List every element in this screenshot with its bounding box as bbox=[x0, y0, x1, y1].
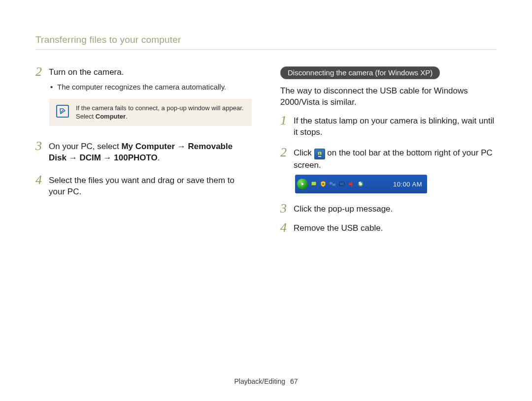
volume-tray-icon bbox=[347, 180, 355, 188]
svg-rect-5 bbox=[339, 182, 344, 185]
columns: 2 Turn on the camera. The computer recog… bbox=[35, 66, 497, 238]
note-box: If the camera fails to connect, a pop-up… bbox=[49, 99, 252, 126]
svg-rect-3 bbox=[330, 182, 332, 185]
step3-b3: DCIM bbox=[79, 153, 100, 162]
right-step-4: 4 Remove the USB cable. bbox=[280, 222, 497, 234]
right-step-1: 1 If the status lamp on your camera is b… bbox=[280, 115, 497, 138]
start-button-icon bbox=[297, 179, 308, 189]
monitor-tray-icon bbox=[338, 180, 346, 188]
left-column: 2 Turn on the camera. The computer recog… bbox=[35, 66, 252, 238]
right-step-2: 2 Click on the tool bar at the bottom ri… bbox=[280, 147, 497, 171]
step-text: Remove the USB cable. bbox=[294, 222, 383, 234]
step-number: 4 bbox=[35, 173, 42, 198]
svg-rect-1 bbox=[311, 182, 316, 185]
step3-b4: 100PHOTO bbox=[114, 153, 158, 162]
step3-b1: My Computer bbox=[121, 142, 175, 151]
network-tray-icon bbox=[329, 180, 336, 188]
step2-pre: Click bbox=[294, 148, 314, 157]
step-text: On your PC, select My Computer → Removab… bbox=[49, 141, 252, 164]
left-step-2: 2 Turn on the camera. bbox=[35, 66, 252, 78]
note-text-bold: Computer bbox=[96, 113, 126, 120]
step-text: Click on the tool bar at the bottom righ… bbox=[294, 147, 497, 171]
right-step-3: 3 Click the pop-up message. bbox=[280, 203, 497, 215]
svg-rect-4 bbox=[332, 184, 335, 186]
section-pill: Disconnecting the camera (for Windows XP… bbox=[280, 66, 440, 79]
intro-paragraph: The way to disconnect the USB cable for … bbox=[280, 85, 497, 108]
step-number: 2 bbox=[35, 65, 42, 78]
step-text: Select the files you want and drag or sa… bbox=[49, 175, 252, 198]
safely-remove-hardware-icon bbox=[314, 149, 325, 159]
note-icon bbox=[56, 105, 69, 118]
taskbar-screenshot: 10:00 AM bbox=[295, 175, 427, 193]
updates-tray-icon bbox=[357, 180, 365, 188]
note-text-suffix: . bbox=[126, 113, 128, 120]
step-number: 4 bbox=[280, 221, 287, 234]
left-step-4: 4 Select the files you want and drag or … bbox=[35, 175, 252, 198]
step-number: 3 bbox=[280, 202, 287, 215]
safely-remove-tray-icon bbox=[310, 180, 318, 188]
arrow: → bbox=[66, 153, 79, 162]
left-step-3: 3 On your PC, select My Computer → Remov… bbox=[35, 141, 252, 164]
right-column: Disconnecting the camera (for Windows XP… bbox=[280, 66, 497, 238]
step3-pre: On your PC, select bbox=[49, 142, 121, 151]
step-number: 1 bbox=[280, 114, 287, 138]
sub-bullet: The computer recognizes the camera autom… bbox=[50, 82, 252, 92]
step-text: Click the pop-up message. bbox=[294, 203, 393, 215]
step3-tail: . bbox=[158, 153, 160, 162]
step-text: If the status lamp on your camera is bli… bbox=[294, 115, 497, 138]
shield-tray-icon bbox=[319, 180, 327, 188]
svg-point-2 bbox=[322, 183, 324, 185]
step-text: Turn on the camera. bbox=[49, 66, 124, 78]
step-number: 2 bbox=[280, 146, 287, 171]
page: Transferring files to your computer 2 Tu… bbox=[0, 0, 532, 401]
note-text: If the camera fails to connect, a pop-up… bbox=[76, 104, 245, 121]
tray-icons bbox=[310, 180, 388, 188]
page-header: Transferring files to your computer bbox=[35, 34, 497, 50]
footer: Playback/Editing 67 bbox=[0, 377, 532, 385]
arrow: → bbox=[101, 153, 114, 162]
footer-page-number: 67 bbox=[290, 377, 298, 385]
taskbar-time: 10:00 AM bbox=[390, 181, 425, 188]
arrow: → bbox=[175, 142, 188, 151]
step-number: 3 bbox=[35, 139, 42, 164]
footer-section: Playback/Editing bbox=[234, 377, 286, 385]
